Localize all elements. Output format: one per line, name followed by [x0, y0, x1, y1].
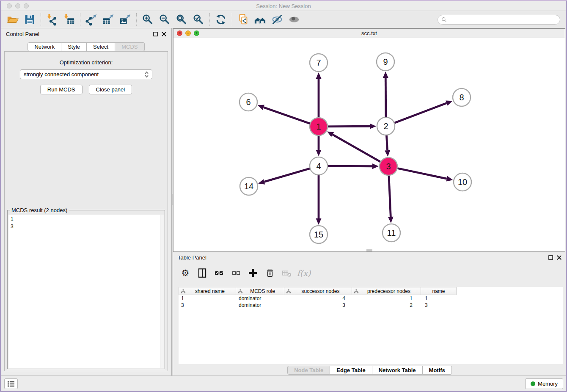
close-view-button[interactable]: ×: [177, 30, 182, 36]
table-cell[interactable]: 4: [284, 295, 352, 301]
home-view-icon[interactable]: [252, 12, 269, 27]
export-image-icon[interactable]: [117, 12, 134, 27]
tab-style[interactable]: Style: [61, 42, 87, 51]
float-panel-icon[interactable]: [153, 32, 158, 36]
divider-grip[interactable]: [172, 194, 173, 205]
table-cell[interactable]: 3: [421, 302, 457, 308]
memory-status-icon: [531, 381, 535, 386]
table-cell[interactable]: 1: [352, 295, 421, 301]
table-panel-title: Table Panel: [178, 254, 206, 261]
close-window-button[interactable]: [7, 3, 12, 8]
table-row[interactable]: 3dominator323: [179, 302, 563, 309]
show-graphics-eye-icon[interactable]: [286, 12, 303, 27]
control-panel: Control Panel NetworkStyleSelectMCDS Opt…: [1, 28, 171, 375]
search-input[interactable]: [449, 17, 556, 22]
zoom-fit-icon[interactable]: [173, 12, 190, 27]
tab-network-table[interactable]: Network Table: [372, 366, 423, 375]
maximize-view-button[interactable]: +: [194, 30, 199, 36]
network-canvas[interactable]: 7968124314101511: [173, 38, 565, 251]
tab-edge-table[interactable]: Edge Table: [330, 366, 372, 375]
graph-edge-arrowhead: [446, 176, 453, 182]
task-history-button[interactable]: [4, 378, 18, 389]
search-field[interactable]: [438, 15, 560, 25]
column-header-shared-name[interactable]: shared name: [179, 287, 236, 295]
table-row[interactable]: 1dominator411: [179, 295, 563, 302]
graph-edge-arrowhead: [383, 72, 388, 78]
memory-label: Memory: [538, 381, 558, 387]
column-chooser-icon[interactable]: [196, 267, 209, 279]
node-table[interactable]: shared nameMCDS rolesuccessor nodesprede…: [179, 287, 563, 364]
table-cell[interactable]: 3: [179, 302, 236, 308]
tab-select[interactable]: Select: [87, 42, 115, 51]
network-resize-grip[interactable]: [366, 249, 372, 251]
graph-node-label: 10: [458, 177, 467, 187]
clear-table-icon: [281, 267, 293, 279]
graph-edge-arrowhead: [385, 150, 390, 157]
column-header-successor-nodes[interactable]: successor nodes: [284, 287, 352, 295]
column-header-predecessor-nodes[interactable]: predecessor nodes: [352, 287, 421, 295]
network-graph[interactable]: 7968124314101511: [173, 38, 567, 251]
column-type-icon: [181, 289, 186, 294]
deselect-all-icon[interactable]: [230, 267, 242, 279]
graph-node-label: 3: [386, 162, 391, 171]
table-cell[interactable]: 1: [421, 295, 457, 301]
graph-node-label: 14: [244, 182, 253, 191]
maximize-window-button[interactable]: [24, 3, 29, 8]
close-panel-icon[interactable]: [162, 32, 166, 36]
export-table-icon[interactable]: [100, 12, 117, 27]
table-settings-gear-icon[interactable]: ⚙: [179, 267, 192, 279]
table-header-row: shared nameMCDS rolesuccessor nodesprede…: [179, 287, 563, 295]
result-scrollbar[interactable]: [160, 215, 164, 368]
import-table-icon[interactable]: [61, 12, 77, 27]
graph-edge-arrowhead: [388, 217, 394, 223]
criterion-select[interactable]: strongly connected component: [20, 69, 152, 79]
zoom-in-icon[interactable]: [139, 12, 156, 27]
toolbar-separator: [209, 13, 210, 26]
table-cell[interactable]: 2: [352, 302, 421, 308]
save-session-icon[interactable]: [21, 12, 38, 27]
table-cell[interactable]: dominator: [236, 302, 284, 308]
tab-motifs[interactable]: Motifs: [423, 366, 452, 375]
column-type-icon: [354, 289, 359, 294]
mcds-result-text[interactable]: 1 3: [8, 215, 164, 368]
table-toolbar: ⚙: [179, 266, 310, 280]
graph-node-label: 1: [316, 122, 321, 131]
export-network-icon[interactable]: [83, 12, 100, 27]
hide-graphics-eye-slash-icon[interactable]: [269, 12, 286, 27]
close-table-panel-icon[interactable]: [557, 255, 561, 260]
tab-mcds[interactable]: MCDS: [115, 42, 144, 51]
run-mcds-button[interactable]: Run MCDS: [40, 85, 83, 94]
float-table-panel-icon[interactable]: [548, 255, 553, 260]
tab-network[interactable]: Network: [28, 42, 61, 51]
graph-edge-arrowhead: [316, 72, 322, 79]
column-header-name[interactable]: name: [421, 287, 457, 295]
window-titlebar: Session: New Session: [1, 1, 566, 11]
toolbar-separator: [232, 13, 232, 26]
open-session-icon[interactable]: [4, 12, 21, 27]
select-stepper-icon: [145, 72, 149, 77]
zoom-out-icon[interactable]: [156, 12, 173, 27]
select-all-icon[interactable]: [213, 267, 226, 279]
import-network-icon[interactable]: [44, 12, 61, 27]
column-type-icon: [238, 289, 243, 294]
refresh-view-icon[interactable]: [212, 12, 229, 27]
tab-node-table[interactable]: Node Table: [287, 366, 330, 375]
add-row-plus-icon[interactable]: [247, 267, 259, 279]
graph-edge-2-8[interactable]: [386, 103, 446, 126]
copy-network-icon[interactable]: [235, 12, 252, 27]
table-cell[interactable]: 1: [179, 295, 236, 301]
delete-row-trash-icon[interactable]: [264, 267, 276, 279]
table-cell[interactable]: 3: [284, 302, 352, 308]
column-label: shared name: [186, 288, 234, 294]
table-cell[interactable]: dominator: [236, 295, 284, 301]
network-window-titlebar[interactable]: × − + scc.txt: [173, 29, 565, 38]
graph-edge-3-1[interactable]: [333, 135, 388, 166]
graph-edge-arrowhead: [446, 100, 452, 105]
memory-button[interactable]: Memory: [525, 378, 563, 389]
minimize-view-button[interactable]: −: [185, 30, 191, 36]
column-header-mcds-role[interactable]: MCDS role: [236, 287, 284, 295]
minimize-window-button[interactable]: [15, 3, 20, 8]
application-window: Session: New Session: [0, 0, 567, 392]
close-panel-button[interactable]: Close panel: [89, 85, 132, 94]
zoom-selected-icon[interactable]: [190, 12, 207, 27]
